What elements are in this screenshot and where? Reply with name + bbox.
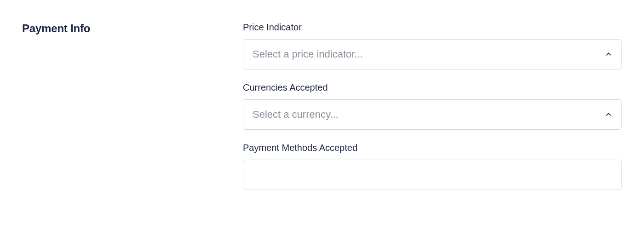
price-indicator-select[interactable]: Select a price indicator...	[243, 39, 622, 69]
currencies-accepted-select[interactable]: Select a currency...	[243, 99, 622, 130]
payment-methods-field-group: Payment Methods Accepted	[243, 143, 622, 190]
currencies-accepted-field-group: Currencies Accepted Select a currency...	[243, 82, 622, 130]
payment-methods-label: Payment Methods Accepted	[243, 143, 622, 153]
price-indicator-label: Price Indicator	[243, 22, 622, 33]
payment-info-section: Payment Info Price Indicator Select a pr…	[22, 22, 622, 216]
chevron-up-icon	[605, 51, 612, 58]
section-title-column: Payment Info	[22, 22, 224, 190]
fields-column: Price Indicator Select a price indicator…	[243, 22, 622, 190]
currencies-accepted-label: Currencies Accepted	[243, 82, 622, 93]
price-indicator-field-group: Price Indicator Select a price indicator…	[243, 22, 622, 69]
currencies-accepted-placeholder: Select a currency...	[253, 109, 605, 121]
payment-methods-input[interactable]	[243, 160, 622, 190]
chevron-up-icon	[605, 111, 612, 118]
price-indicator-placeholder: Select a price indicator...	[253, 48, 605, 60]
section-heading: Payment Info	[22, 22, 224, 35]
